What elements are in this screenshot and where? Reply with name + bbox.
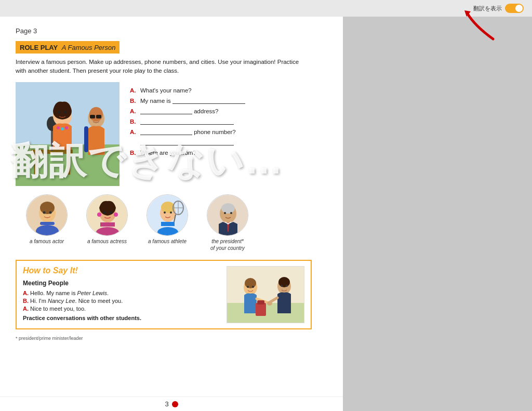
svg-point-57 xyxy=(252,286,254,288)
svg-rect-45 xyxy=(161,222,175,226)
svg-point-51 xyxy=(230,212,232,214)
how-to-say-title: How to Say It! xyxy=(23,266,220,275)
president-label: the president* of your country xyxy=(210,238,245,251)
svg-point-30 xyxy=(103,211,106,214)
dialog-line-7: B. Where are you from? xyxy=(130,150,327,156)
svg-point-11 xyxy=(64,111,67,113)
page-number: 3 xyxy=(165,400,168,408)
svg-point-50 xyxy=(224,212,226,214)
svg-rect-18 xyxy=(96,115,101,118)
svg-point-56 xyxy=(247,286,249,288)
svg-point-49 xyxy=(221,203,235,214)
svg-point-31 xyxy=(110,211,112,214)
meeting-line-1: A. Hello. My name is Peter Lewis. xyxy=(23,290,220,296)
meeting-people-title: Meeting People xyxy=(23,280,220,287)
meeting-line-2: B. Hi. I'm Nancy Lee. Nice to meet you. xyxy=(23,298,220,304)
famous-person-president: the president* of your country xyxy=(202,194,254,251)
svg-point-16 xyxy=(89,107,103,122)
svg-point-55 xyxy=(245,278,256,288)
translation-toggle[interactable] xyxy=(505,4,524,13)
role-play-subtitle: A Famous Person xyxy=(60,44,116,51)
svg-point-24 xyxy=(43,211,46,214)
famous-person-athlete: a famous athlete xyxy=(141,194,193,245)
svg-rect-17 xyxy=(90,115,95,118)
svg-rect-65 xyxy=(256,303,266,316)
dialog-line-1: A. What's your name? xyxy=(130,87,327,94)
role-play-illustration xyxy=(16,82,119,186)
footnote: * president/prime minister/leader xyxy=(16,336,327,341)
president-avatar xyxy=(207,194,248,236)
svg-point-25 xyxy=(49,211,52,214)
actress-avatar xyxy=(86,194,128,236)
svg-rect-20 xyxy=(84,126,88,152)
svg-point-62 xyxy=(281,285,283,287)
athlete-avatar xyxy=(147,194,188,236)
role-play-content: A. What's your name? B. My name is A. ad… xyxy=(16,82,327,186)
dialog-line-3: A. address? xyxy=(130,108,327,114)
role-play-title: ROLE PLAY xyxy=(20,44,58,51)
page-dot xyxy=(172,401,178,407)
famous-person-actor: a famous actor xyxy=(21,194,73,245)
actress-label: a famous actress xyxy=(87,238,127,245)
svg-point-63 xyxy=(286,285,288,287)
role-play-description: Interview a famous person. Make up addre… xyxy=(16,58,307,76)
how-to-say-box: How to Say It! Meeting People A. Hello. … xyxy=(16,260,312,329)
svg-point-13 xyxy=(61,127,64,130)
page-content: Page 3 ROLE PLAY A Famous Person Intervi… xyxy=(0,17,343,351)
how-to-say-right xyxy=(227,266,304,323)
right-panel xyxy=(343,17,532,411)
page-number-bar: 3 xyxy=(0,396,343,411)
top-bar: 翻訳を表示 xyxy=(0,0,532,17)
famous-people-row: a famous actor xyxy=(21,194,327,251)
svg-point-40 xyxy=(170,211,172,214)
svg-point-33 xyxy=(114,213,118,217)
actor-label: a famous actor xyxy=(30,238,64,245)
svg-point-23 xyxy=(40,202,55,214)
dialog-line-2: B. My name is xyxy=(130,98,327,104)
role-play-header: ROLE PLAY A Famous Person xyxy=(16,41,119,54)
dialog-line-4: B. xyxy=(130,118,327,125)
athlete-label: a famous athlete xyxy=(148,238,187,245)
svg-point-12 xyxy=(57,126,60,129)
svg-point-39 xyxy=(164,211,166,214)
svg-point-14 xyxy=(65,126,68,129)
svg-rect-5 xyxy=(67,154,70,175)
svg-rect-4 xyxy=(34,154,37,175)
svg-point-32 xyxy=(97,213,101,217)
how-to-say-left: How to Say It! Meeting People A. Hello. … xyxy=(23,266,220,323)
page-label: Page 3 xyxy=(16,27,327,35)
dialog-lines: A. What's your name? B. My name is A. ad… xyxy=(130,82,327,186)
practice-line: Practice conversations with other studen… xyxy=(23,315,220,321)
svg-rect-26 xyxy=(40,222,55,225)
svg-rect-34 xyxy=(100,222,115,227)
famous-person-actress: a famous actress xyxy=(81,194,133,245)
page-wrapper: Page 3 ROLE PLAY A Famous Person Intervi… xyxy=(0,17,343,411)
svg-point-10 xyxy=(58,111,61,113)
red-arrow-annotation xyxy=(459,5,501,49)
svg-rect-66 xyxy=(257,300,264,304)
meeting-line-3: A. Nice to meet you, too. xyxy=(23,306,220,312)
actor-avatar xyxy=(26,194,68,236)
meeting-illustration xyxy=(227,266,304,323)
dialog-line-5: A. phone number? xyxy=(130,129,327,135)
svg-point-61 xyxy=(278,277,290,287)
dialog-line-6 xyxy=(130,139,327,145)
